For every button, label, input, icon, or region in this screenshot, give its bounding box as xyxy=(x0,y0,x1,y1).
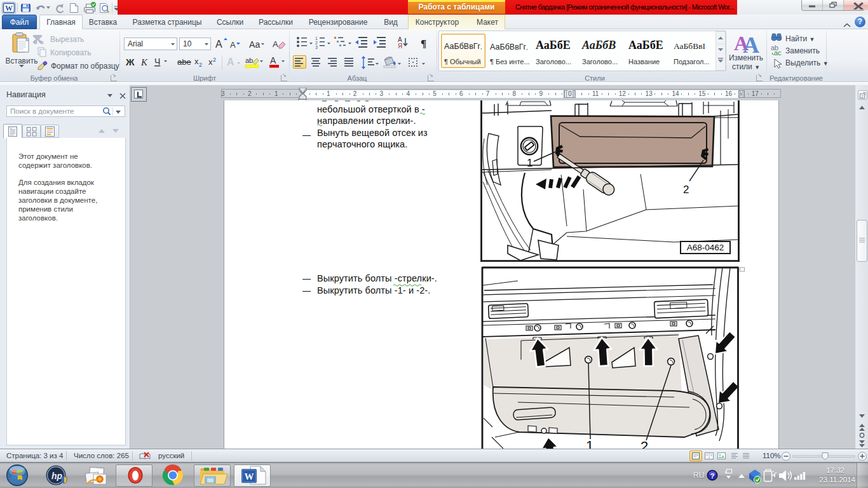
svg-text:W: W xyxy=(5,4,13,13)
svg-text:A: A xyxy=(743,32,759,53)
svg-text:х: х xyxy=(208,57,213,67)
svg-text:1: 1 xyxy=(586,438,593,449)
svg-text:2: 2 xyxy=(683,184,689,196)
svg-text:2: 2 xyxy=(213,57,216,63)
svg-text:3: 3 xyxy=(315,45,318,50)
svg-text:ac: ac xyxy=(774,49,782,57)
svg-text:А: А xyxy=(270,55,276,65)
svg-text:2: 2 xyxy=(199,62,202,68)
svg-text:х: х xyxy=(194,57,199,66)
svg-text:А: А xyxy=(230,40,236,50)
svg-text:Я: Я xyxy=(398,43,402,50)
svg-text:abe: abe xyxy=(177,57,191,67)
svg-text:Ж: Ж xyxy=(125,57,135,67)
svg-text:?: ? xyxy=(710,472,715,480)
svg-text:А: А xyxy=(273,39,278,49)
svg-text:А: А xyxy=(215,39,222,50)
svg-text:ab: ab xyxy=(245,57,253,64)
svg-text:hp: hp xyxy=(51,471,63,481)
svg-text:W: W xyxy=(245,471,254,482)
svg-text:К: К xyxy=(140,57,148,67)
svg-text:Ч: Ч xyxy=(154,57,160,67)
svg-text:Аа: Аа xyxy=(249,39,260,50)
svg-text:¶: ¶ xyxy=(421,37,426,50)
svg-text:A68-0462: A68-0462 xyxy=(687,243,724,252)
svg-text:2: 2 xyxy=(315,41,318,45)
svg-text:А: А xyxy=(227,57,234,67)
svg-text:2: 2 xyxy=(641,438,648,449)
svg-text:1: 1 xyxy=(315,36,318,41)
